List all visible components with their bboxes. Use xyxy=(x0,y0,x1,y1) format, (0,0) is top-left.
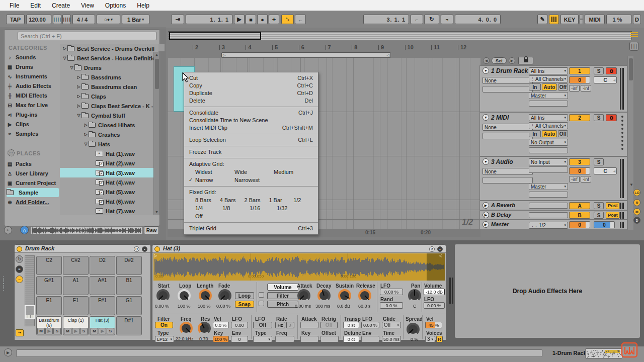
punch-out-button[interactable]: ¬ xyxy=(441,15,453,24)
pitch-lfo-value[interactable]: 0.00 % xyxy=(361,322,379,328)
drum-pad-c-2[interactable]: C#2 xyxy=(63,256,89,275)
offset-value[interactable] xyxy=(320,336,339,342)
track-fold-icon[interactable]: ▼ xyxy=(482,67,489,74)
tab-volume[interactable]: Volume xyxy=(267,284,298,291)
drum-pad-hat-3-[interactable]: Hat (3)M▶S xyxy=(90,316,115,335)
place-packs[interactable]: ▤Packs xyxy=(7,159,59,168)
context-item-narrow[interactable]: Narrow✓ xyxy=(195,176,234,184)
tree-down-arrow-icon[interactable]: ▽ xyxy=(62,56,67,60)
device-area-handle[interactable]: ⋮⋮⋮⋮ xyxy=(1,277,6,322)
context-item-cut[interactable]: CutCtrl+X xyxy=(184,74,318,82)
drum-pad-d-2[interactable]: D#2 xyxy=(116,256,142,275)
tree-item-cymbal-stuff[interactable]: ▽Cymbal Stuff xyxy=(60,111,158,120)
pitch-tab-toggle[interactable] xyxy=(259,301,264,306)
context-item-4-bars[interactable]: 4 Bars xyxy=(220,196,245,204)
fade-value[interactable]: 0.00 % xyxy=(216,304,230,309)
length-value[interactable]: 100 % xyxy=(198,304,211,309)
return-fold-icon[interactable]: ▶ xyxy=(482,212,489,218)
context-item-1-16[interactable]: 1/16 xyxy=(250,204,277,212)
place-user-library[interactable]: ♙User Library xyxy=(7,169,59,178)
input-type-chooser[interactable]: No Input▾ xyxy=(529,158,568,165)
prev-locator-button[interactable]: ◀ xyxy=(483,57,490,64)
drum-pad-a1[interactable]: A1 xyxy=(63,276,89,295)
macro-view-icon[interactable]: ↻ xyxy=(16,255,23,263)
category-clips[interactable]: ▶Clips xyxy=(7,120,59,129)
scroll-up-icon[interactable]: ▲ xyxy=(155,53,158,56)
context-item-1-32[interactable]: 1/32 xyxy=(277,204,304,212)
track-header-1-drum-rack[interactable]: ▼1 Drum RackNone▾All Ins▾⋮All Channels▾I… xyxy=(479,65,627,112)
vel-value[interactable]: 45 % xyxy=(425,322,442,328)
freq-knob[interactable] xyxy=(180,322,193,335)
save-preset-icon[interactable]: ▪ xyxy=(142,246,147,252)
track-activator[interactable]: 3 xyxy=(569,158,590,165)
loop-start-handle[interactable]: ▷ xyxy=(223,53,225,57)
retrigger-button[interactable]: R xyxy=(436,336,443,342)
release-value[interactable]: 60.0 s xyxy=(358,304,371,309)
pad-mute-button[interactable]: M xyxy=(91,328,98,334)
fold-icon[interactable]: − xyxy=(16,276,23,283)
pad-solo-button[interactable]: S xyxy=(107,328,114,334)
tree-right-arrow-icon[interactable]: ▷ xyxy=(62,46,67,51)
monitor-off-button[interactable]: Off xyxy=(558,130,568,137)
attack-value[interactable]: 0.00 ms xyxy=(295,304,311,309)
midi-map-button[interactable]: MIDI xyxy=(585,15,605,24)
flt-env-value[interactable]: 0 xyxy=(231,336,248,342)
pad-solo-button[interactable]: S xyxy=(53,328,61,334)
scroll-down-icon[interactable]: ▼ xyxy=(155,210,158,214)
drum-pad-c2[interactable]: C2 xyxy=(36,256,62,275)
loop-lock-button[interactable] xyxy=(518,57,533,64)
snap-button[interactable]: Snap xyxy=(235,301,254,308)
volume-value[interactable]: -12.0 dB xyxy=(424,289,445,295)
post-toggle[interactable]: Post xyxy=(606,212,620,219)
return-header-master[interactable]: ▶Master⋮⋮1/2▾00 xyxy=(479,220,627,229)
tree-item-claps-best-service-k-si[interactable]: ▷Claps Best Service - K - Si xyxy=(60,101,158,111)
pad-solo-button[interactable]: S xyxy=(80,328,88,334)
flt-key-value[interactable]: 100 % xyxy=(213,336,229,342)
draw-mode-button[interactable]: ✎ xyxy=(537,15,547,24)
play-button[interactable]: ▶ xyxy=(234,15,245,24)
io-mixer-toggle-icon[interactable]: ∣∣∣ xyxy=(629,42,638,51)
status-play-icon[interactable]: ▶ xyxy=(4,348,12,356)
tree-item-best-service-house-definition[interactable]: ▽Best Service - House Definition xyxy=(60,53,158,63)
context-item-copy[interactable]: CopyCtrl+C xyxy=(184,82,318,89)
return-activator[interactable]: A xyxy=(569,202,590,209)
quantization-menu[interactable]: 1 Bar▾ xyxy=(122,15,149,24)
attack-knob[interactable] xyxy=(297,289,310,302)
browser-collapse-icon[interactable]: ≈ xyxy=(4,226,12,234)
solo-button[interactable]: S xyxy=(594,202,604,209)
device-divider-handle[interactable] xyxy=(449,278,453,304)
tree-down-arrow-icon[interactable]: ▽ xyxy=(69,65,74,70)
set-locator-button[interactable]: Set xyxy=(492,57,507,64)
tree-right-arrow-icon[interactable]: ▷ xyxy=(76,104,82,108)
cue-volume[interactable]: 0 xyxy=(594,221,615,228)
category-instruments[interactable]: ∿Instruments xyxy=(7,72,59,81)
preview-waveform[interactable] xyxy=(30,226,143,235)
arrangement-scrollbar[interactable] xyxy=(627,56,633,230)
overdub-button[interactable]: + xyxy=(269,15,279,24)
tree-item-hat-5-wav[interactable]: ≈Hat (5).wav xyxy=(60,187,158,197)
drum-pad-clap-1-[interactable]: Clap (1)M▶S xyxy=(63,316,89,335)
track-header-3-audio[interactable]: ▼3 AudioNone▾No Input▾Master▾3S0C-inf-in… xyxy=(479,156,627,201)
start-value[interactable]: 0.00 % xyxy=(155,304,169,309)
tree-item-hat-4-wav[interactable]: ≈Hat (4).wav xyxy=(60,177,158,187)
clip-thumbnail[interactable] xyxy=(585,348,622,358)
loop-button[interactable]: ↻ xyxy=(424,15,439,24)
output-type-chooser[interactable]: Master▾ xyxy=(529,183,568,190)
tree-item-closed-hihats[interactable]: ▷Closed Hihats xyxy=(60,120,158,130)
computer-midi-keyboard-button[interactable] xyxy=(549,15,559,24)
return-header-b-delay[interactable]: ▶B DelayBSPost xyxy=(479,210,627,220)
sustain-knob[interactable] xyxy=(338,289,351,302)
monitor-in-button[interactable]: In xyxy=(529,130,541,137)
drum-pad-f-1[interactable]: F#1 xyxy=(90,296,115,315)
raw-button[interactable]: Raw xyxy=(144,226,159,234)
return-fold-icon[interactable]: ▶ xyxy=(482,221,489,228)
drum-pad-e1[interactable]: E1 xyxy=(36,296,62,315)
length-knob[interactable] xyxy=(199,289,212,302)
menu-file[interactable]: File xyxy=(4,0,25,11)
stop-button[interactable]: ■ xyxy=(246,15,256,24)
loop-value[interactable]: 100 % xyxy=(178,304,191,309)
simpler-title-bar[interactable]: Hat (3) ↺ ▪ xyxy=(152,245,446,253)
tree-item-best-service-drums-overkill[interactable]: ▷Best Service - Drums Overkill xyxy=(60,44,158,53)
drum-pad-d-1[interactable]: D#1 xyxy=(116,316,142,335)
drum-pad-f1[interactable]: F1 xyxy=(63,296,89,315)
